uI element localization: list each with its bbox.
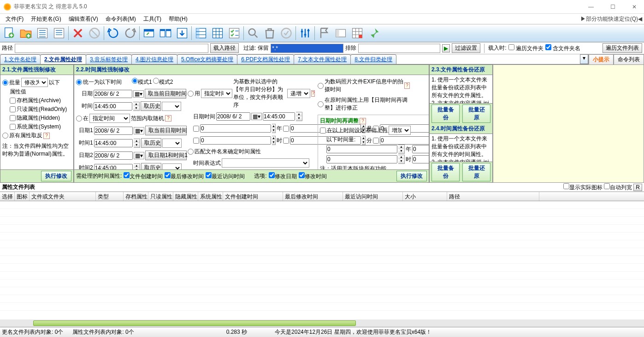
- modify-select[interactable]: 修改为: [21, 78, 48, 87]
- spec-time-select[interactable]: 指定时间: [89, 114, 130, 123]
- help-icon[interactable]: ?: [43, 133, 50, 139]
- down-arrow-icon[interactable]: [175, 26, 189, 41]
- table-row[interactable]: [0, 225, 644, 232]
- menu-quick[interactable]: ▶部分功能快速定位(Q)◀: [580, 15, 642, 23]
- table-row[interactable]: [0, 240, 644, 248]
- play-button[interactable]: ▶: [442, 44, 450, 52]
- path-input[interactable]: [15, 44, 208, 53]
- time-input[interactable]: [94, 102, 132, 110]
- col-header[interactable]: 选择: [0, 192, 15, 201]
- list-icon[interactable]: [35, 26, 50, 41]
- table-row[interactable]: [0, 256, 644, 264]
- cancel-icon[interactable]: [87, 26, 102, 41]
- col-header[interactable]: 大小: [403, 192, 447, 201]
- hscrollbar[interactable]: [0, 320, 644, 327]
- undo-icon[interactable]: [106, 26, 121, 41]
- redo-icon[interactable]: [123, 26, 137, 41]
- close-button[interactable]: ✕: [628, 3, 640, 11]
- date2-input[interactable]: [94, 151, 133, 160]
- grid-red-icon[interactable]: [350, 26, 365, 41]
- date-input[interactable]: [94, 90, 132, 98]
- date1-input[interactable]: [94, 127, 133, 135]
- menu-item[interactable]: 工具(T): [140, 15, 165, 23]
- col-header[interactable]: 存档属性: [124, 192, 148, 201]
- time1-input[interactable]: [94, 139, 133, 147]
- trash-icon[interactable]: [262, 26, 277, 41]
- include-folder-checkbox[interactable]: 含文件夹名: [545, 44, 580, 52]
- settings-slider-icon[interactable]: [298, 26, 313, 41]
- readonly-checkbox[interactable]: [10, 106, 16, 112]
- menu-item[interactable]: 命令列表(M): [102, 15, 140, 23]
- load-path-button[interactable]: 载入路径: [210, 43, 239, 53]
- batch-radio[interactable]: [2, 80, 8, 86]
- tab-cmdlist[interactable]: 命令列表: [614, 54, 644, 64]
- col-header[interactable]: 系统属性: [198, 192, 223, 201]
- col-header[interactable]: 图标: [15, 192, 30, 201]
- use-radio[interactable]: [188, 91, 194, 97]
- table-row[interactable]: [0, 272, 644, 279]
- table-row[interactable]: [0, 264, 644, 272]
- window-icon[interactable]: [142, 26, 156, 41]
- mode2-radio[interactable]: [153, 78, 159, 84]
- delete-x-icon[interactable]: [71, 26, 85, 41]
- menu-item[interactable]: 文件(F): [2, 15, 27, 23]
- checklist-icon[interactable]: [227, 26, 242, 41]
- attr-restore-button[interactable]: 批量还原: [462, 105, 490, 123]
- exec-attr-button[interactable]: 执行修改: [41, 171, 71, 181]
- keep-input[interactable]: [271, 44, 343, 53]
- table-row[interactable]: [0, 279, 644, 287]
- archive-checkbox[interactable]: [10, 98, 16, 104]
- exclude-input[interactable]: [358, 44, 440, 53]
- tab-7[interactable]: 8.文件归类处理: [350, 54, 396, 64]
- cur-date-button[interactable]: 取当前日期时间: [145, 89, 186, 99]
- match-radio[interactable]: [188, 149, 194, 155]
- time-backup-button[interactable]: 批量备份: [431, 163, 460, 181]
- hist1-select[interactable]: [162, 102, 181, 111]
- table-row[interactable]: [0, 209, 644, 217]
- orig-attr-radio[interactable]: [318, 101, 324, 107]
- tab-3[interactable]: 4.图片信息处理: [131, 54, 177, 64]
- table-row[interactable]: [0, 303, 644, 311]
- unify-radio[interactable]: [76, 79, 82, 85]
- new-file-icon[interactable]: [2, 26, 17, 41]
- mode1-radio[interactable]: [132, 78, 138, 84]
- attr-backup-button[interactable]: 批量备份: [431, 105, 460, 123]
- tab-dropdown[interactable]: ▾: [580, 54, 588, 64]
- tab-1[interactable]: 2.文件属性处理: [40, 54, 86, 64]
- tab-6[interactable]: 7.文本文件属性处理: [294, 54, 351, 64]
- table-row[interactable]: [0, 287, 644, 295]
- tab-0[interactable]: 1.文件名处理: [0, 54, 41, 64]
- col-header[interactable]: 最近访问时间: [343, 192, 403, 201]
- table-row[interactable]: [0, 248, 644, 256]
- tab-2[interactable]: 3.音乐标签处理: [86, 54, 132, 64]
- tab-tips[interactable]: 小提示: [589, 54, 614, 64]
- minimize-button[interactable]: —: [585, 3, 597, 11]
- traverse-checkbox[interactable]: 遍历文件夹: [508, 44, 544, 52]
- open-folder-icon[interactable]: [18, 26, 33, 41]
- table-icon[interactable]: [210, 26, 225, 41]
- exif-radio[interactable]: [318, 83, 324, 89]
- maximize-button[interactable]: ☐: [607, 3, 619, 11]
- col-header[interactable]: 只读属性: [148, 192, 173, 201]
- flag-icon[interactable]: [317, 26, 331, 41]
- search-icon[interactable]: [246, 26, 260, 41]
- grid-header[interactable]: 选择图标文件或文件夹类型存档属性只读属性隐藏属性系统属性文件创建时间最后修改时间…: [0, 192, 644, 201]
- menu-item[interactable]: 开始更名(G): [27, 15, 65, 23]
- cur-date2-button[interactable]: 取当前日期时间: [145, 126, 187, 135]
- base-adj-checkbox[interactable]: [320, 128, 326, 134]
- r-button[interactable]: R: [633, 184, 642, 191]
- col-header[interactable]: 文件或文件夹: [30, 192, 96, 201]
- menu-item[interactable]: 帮助(H): [165, 15, 191, 23]
- hist1-button[interactable]: 取历史: [141, 101, 161, 111]
- tab-5[interactable]: 6.PDF文档属性处理: [237, 54, 294, 64]
- at-radio[interactable]: [76, 116, 82, 122]
- grid-body[interactable]: [0, 201, 644, 320]
- col-header[interactable]: 最后修改时间: [283, 192, 343, 201]
- traverse-list-button[interactable]: 遍历文件列表: [603, 43, 642, 53]
- table-row[interactable]: [0, 201, 644, 209]
- d12-button[interactable]: 取日期1和时间1: [145, 151, 187, 160]
- table-row[interactable]: [0, 217, 644, 225]
- pin-icon[interactable]: [366, 26, 381, 41]
- panel-icon[interactable]: [333, 26, 348, 41]
- time-restore-button[interactable]: 批量还原: [462, 163, 490, 181]
